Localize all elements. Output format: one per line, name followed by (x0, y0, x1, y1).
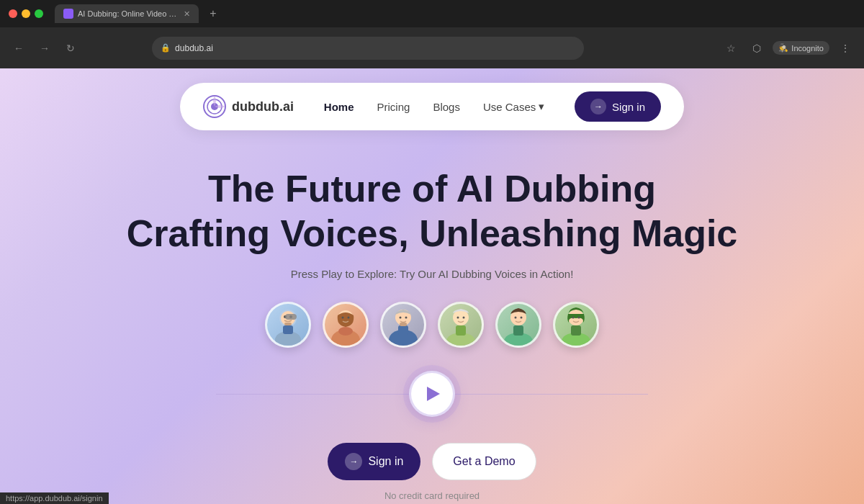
hero-title-line2: Crafting Voices, Unleashing Magic (127, 212, 738, 254)
svg-point-15 (348, 316, 350, 318)
incognito-icon: 🕵 (778, 43, 788, 53)
cta-buttons: → Sign in Get a Demo (14, 443, 850, 480)
address-bar: ← → ↻ 🔒 dubdub.ai ☆ ⬡ 🕵 Incognito ⋮ (0, 27, 864, 68)
svg-point-30 (515, 316, 517, 318)
new-tab-button[interactable]: + (204, 5, 222, 22)
avatar-2[interactable] (323, 302, 369, 348)
svg-point-26 (463, 316, 465, 318)
tab-close-icon[interactable]: ✕ (184, 9, 190, 19)
traffic-lights (9, 9, 43, 18)
play-area (216, 365, 648, 423)
nav-link-pricing[interactable]: Pricing (377, 101, 410, 113)
maximize-button[interactable] (35, 9, 43, 18)
url-text: dubdub.ai (175, 43, 575, 53)
back-button[interactable]: ← (9, 38, 29, 58)
minimize-button[interactable] (22, 9, 30, 18)
browser-tab[interactable]: AI Dubbing: Online Video Tra... ✕ (55, 4, 199, 23)
svg-point-16 (338, 327, 353, 336)
browser-chrome: AI Dubbing: Online Video Tra... ✕ + ← → … (0, 0, 864, 68)
hero-signin-label: Sign in (368, 455, 403, 468)
navbar: dubdub.ai Home Pricing Blogs Use Cases ▾… (180, 83, 684, 130)
demo-label: Get a Demo (453, 455, 515, 467)
svg-point-14 (342, 316, 344, 318)
nav-link-home[interactable]: Home (324, 101, 354, 113)
status-url: https://app.dubdub.ai/signin (6, 494, 103, 503)
browser-actions: ☆ ⬡ 🕵 Incognito ⋮ (721, 38, 855, 58)
signin-label: Sign in (612, 101, 645, 113)
signin-button[interactable]: → Sign in (575, 91, 661, 122)
avatar-1[interactable] (265, 302, 311, 348)
url-bar[interactable]: 🔒 dubdub.ai (152, 37, 584, 60)
svg-point-19 (400, 316, 402, 318)
arrow-right-icon: → (345, 453, 362, 470)
logo-icon (203, 95, 226, 118)
hero-title: The Future of AI Dubbing Crafting Voices… (14, 166, 850, 256)
svg-rect-7 (283, 325, 293, 334)
nav-link-blogs[interactable]: Blogs (433, 101, 460, 113)
logo-text: dubdub.ai (232, 99, 294, 114)
avatar-5[interactable] (495, 302, 541, 348)
svg-rect-22 (400, 323, 407, 326)
logo[interactable]: dubdub.ai (203, 95, 294, 118)
refresh-button[interactable]: ↻ (60, 38, 81, 58)
get-demo-button[interactable]: Get a Demo (432, 443, 536, 480)
tab-favicon (63, 9, 73, 19)
bookmark-icon[interactable]: ☆ (721, 38, 741, 58)
incognito-badge: 🕵 Incognito (773, 41, 829, 55)
nav-link-use-cases[interactable]: Use Cases ▾ (483, 100, 544, 113)
svg-rect-32 (513, 325, 523, 336)
nav-links: Home Pricing Blogs Use Cases ▾ (324, 100, 544, 113)
play-button-outer (403, 365, 461, 423)
svg-point-31 (521, 316, 523, 318)
lock-icon: 🔒 (161, 43, 171, 53)
website-content: dubdub.ai Home Pricing Blogs Use Cases ▾… (0, 68, 864, 504)
tab-bar: AI Dubbing: Online Video Tra... ✕ + (0, 0, 864, 27)
play-icon (427, 387, 440, 401)
menu-icon[interactable]: ⋮ (835, 38, 855, 58)
no-credit-text: No credit card required (14, 490, 850, 501)
hero-section: The Future of AI Dubbing Crafting Voices… (0, 145, 864, 501)
hero-subtitle: Press Play to Explore: Try Our AI Dubbin… (14, 268, 850, 280)
svg-rect-27 (456, 325, 466, 336)
play-button[interactable] (409, 371, 455, 417)
svg-point-20 (405, 316, 408, 318)
forward-button[interactable]: → (35, 38, 55, 58)
svg-rect-21 (398, 325, 408, 336)
svg-rect-6 (284, 323, 292, 325)
voice-avatars (14, 302, 850, 348)
avatar-3[interactable] (380, 302, 426, 348)
avatar-6[interactable] (553, 302, 599, 348)
nav-container: dubdub.ai Home Pricing Blogs Use Cases ▾… (0, 68, 864, 145)
hero-signin-button[interactable]: → Sign in (328, 443, 420, 480)
svg-point-35 (572, 316, 575, 318)
svg-point-36 (578, 316, 580, 318)
extension-icon[interactable]: ⬡ (747, 38, 767, 58)
browser-status-bar: https://app.dubdub.ai/signin (0, 492, 109, 504)
close-button[interactable] (9, 9, 17, 18)
svg-rect-10 (285, 314, 297, 320)
avatar-4[interactable] (438, 302, 484, 348)
arrow-right-icon: → (590, 99, 606, 114)
chevron-down-icon: ▾ (539, 100, 544, 113)
incognito-label: Incognito (791, 44, 824, 53)
svg-rect-37 (571, 325, 581, 336)
hero-title-line1: The Future of AI Dubbing (208, 168, 656, 210)
svg-point-25 (457, 316, 459, 318)
tab-title: AI Dubbing: Online Video Tra... (78, 9, 179, 18)
